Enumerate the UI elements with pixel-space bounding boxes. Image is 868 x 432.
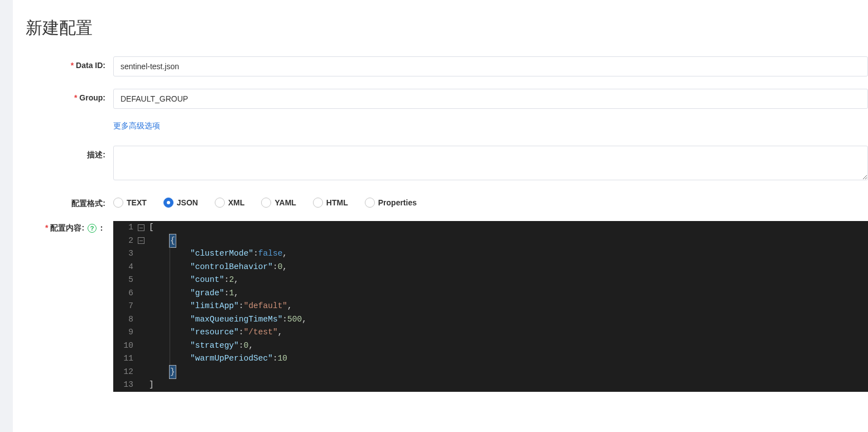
radio-icon: [313, 198, 323, 208]
advanced-options-link[interactable]: 更多高级选项: [113, 121, 160, 131]
row-description: 描述:: [13, 146, 868, 182]
radio-label: TEXT: [127, 198, 147, 207]
radio-label: XML: [228, 198, 245, 207]
help-icon[interactable]: ?: [88, 224, 97, 233]
label-group: *Group:: [13, 89, 113, 102]
page-title: 新建配置: [13, 17, 868, 56]
config-form-page: 新建配置 *Data ID: *Group: 更多高级选项 描述:: [13, 0, 868, 432]
label-format: 配置格式:: [13, 194, 113, 209]
row-data-id: *Data ID:: [13, 56, 868, 76]
fold-icon[interactable]: [138, 224, 144, 231]
format-radio-xml[interactable]: XML: [215, 198, 245, 208]
required-marker: *: [45, 223, 48, 232]
group-input[interactable]: [113, 89, 868, 109]
radio-label: Properties: [378, 198, 417, 207]
editor-code-area[interactable]: [{"clusterMode":false,"controlBehavior":…: [147, 221, 868, 392]
required-marker: *: [71, 61, 74, 70]
format-radio-text[interactable]: TEXT: [113, 198, 147, 208]
row-group: *Group:: [13, 89, 868, 109]
editor-gutter: 12345678910111213: [113, 221, 147, 392]
format-radio-yaml[interactable]: YAML: [261, 198, 296, 208]
radio-label: HTML: [326, 198, 348, 207]
label-data-id: *Data ID:: [13, 56, 113, 70]
row-content: *配置内容: ?： 12345678910111213 [{"clusterMo…: [13, 221, 868, 392]
radio-label: JSON: [177, 198, 198, 207]
format-radio-properties[interactable]: Properties: [365, 198, 417, 208]
label-description: 描述:: [13, 146, 113, 160]
radio-icon: [163, 198, 173, 208]
data-id-input[interactable]: [113, 56, 868, 76]
row-advanced-link: 更多高级选项: [13, 121, 868, 131]
radio-icon: [113, 198, 123, 208]
description-textarea[interactable]: [113, 146, 868, 180]
radio-label: YAML: [274, 198, 296, 207]
row-format: 配置格式: TEXTJSONXMLYAMLHTMLProperties: [13, 194, 868, 209]
fold-icon[interactable]: [138, 237, 144, 244]
label-content: *配置内容: ?：: [13, 221, 113, 233]
code-editor[interactable]: 12345678910111213 [{"clusterMode":false,…: [113, 221, 868, 392]
required-marker: *: [74, 93, 77, 102]
format-radio-html[interactable]: HTML: [313, 198, 348, 208]
radio-icon: [261, 198, 271, 208]
radio-icon: [215, 198, 225, 208]
format-radio-json[interactable]: JSON: [163, 198, 198, 208]
format-radio-group: TEXTJSONXMLYAMLHTMLProperties: [113, 194, 868, 208]
radio-icon: [365, 198, 375, 208]
